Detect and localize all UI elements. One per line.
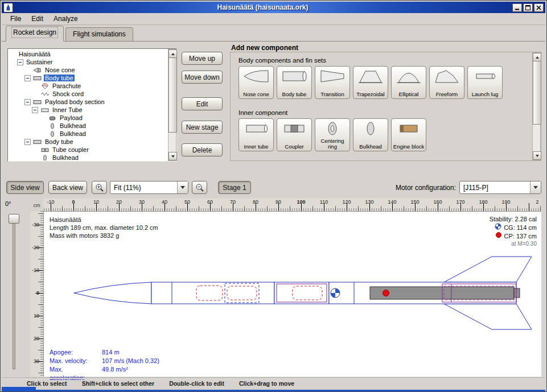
collapse-icon[interactable]	[24, 75, 31, 81]
scroll-down-icon[interactable]	[168, 152, 177, 160]
bulkhead-icon	[40, 155, 50, 161]
close-button[interactable]	[534, 3, 544, 12]
cp-value: CP: 137 cm	[504, 232, 537, 240]
bulkhead-icon	[47, 123, 57, 129]
move-down-button[interactable]: Move down	[182, 71, 223, 84]
tree-item-inner-tube[interactable]: Inner Tube	[9, 106, 167, 114]
zoom-in-button[interactable]	[92, 181, 107, 194]
add-inner-tube-button[interactable]: Inner tube	[238, 118, 274, 151]
collapse-icon[interactable]	[24, 99, 31, 105]
collapse-icon[interactable]	[24, 139, 31, 145]
add-bulkhead-button[interactable]: Bulkhead	[353, 118, 388, 151]
inner-components-label: Inner component	[238, 109, 287, 116]
cp-marker	[383, 290, 389, 296]
tree-rows: Haisunäätä Sustainer Nose cone Body tube	[9, 50, 167, 160]
body-tube-icon	[32, 139, 42, 145]
tab-rocket-design[interactable]: Rocket design	[6, 26, 64, 42]
delete-button[interactable]: Delete	[182, 143, 223, 156]
inner-tube-icon	[243, 121, 269, 138]
scroll-up-icon[interactable]	[168, 49, 177, 58]
tree-item-bulkhead[interactable]: Bulkhead	[9, 130, 167, 138]
collapse-icon[interactable]	[17, 59, 23, 65]
tree-item-nose-cone[interactable]: Nose cone	[9, 66, 167, 74]
new-stage-button[interactable]: New stage	[182, 121, 223, 134]
rocket-name: Haisunäätä	[50, 216, 158, 224]
fin-bottom[interactable]	[444, 304, 532, 329]
add-launch-lug-button[interactable]: Launch lug	[467, 66, 503, 99]
chevron-down-icon[interactable]	[177, 181, 188, 193]
add-trapezoidal-fin-button[interactable]: Trapezoidal	[353, 66, 388, 99]
cg-marker	[331, 288, 340, 298]
stability-value: Stability: 2.28 cal	[490, 215, 537, 223]
zoom-level-select[interactable]: Fit (11%)	[110, 181, 188, 194]
move-up-button[interactable]: Move up	[182, 52, 223, 65]
menu-edit[interactable]: Edit	[26, 14, 48, 24]
fin-top[interactable]	[444, 257, 532, 282]
components-scrollbar[interactable]	[532, 52, 541, 160]
payload-section-shape[interactable]	[274, 282, 329, 304]
tree-item-bulkhead[interactable]: Bulkhead	[9, 122, 167, 130]
tree-item-stage[interactable]: Sustainer	[9, 58, 167, 66]
nose-cone-icon	[243, 69, 269, 85]
stage-1-toggle[interactable]: Stage 1	[218, 181, 251, 194]
centering-ring-icon	[319, 121, 346, 138]
tree-item-parachute[interactable]: Parachute	[9, 82, 167, 90]
main-tabbar: Rocket design Flight simulations	[2, 26, 545, 42]
rotation-slider[interactable]	[13, 214, 15, 369]
edit-button[interactable]: Edit	[182, 97, 223, 110]
add-engine-block-button[interactable]: Engine block	[391, 118, 426, 151]
launch-lug-icon	[472, 69, 498, 85]
bulkhead-icon	[47, 131, 57, 137]
rocket-diagram[interactable]: Haisunäätä Length 189 cm, max. diameter …	[43, 211, 541, 377]
menubar: File Edit Analyze	[2, 13, 545, 25]
scroll-down-icon[interactable]	[533, 151, 541, 160]
horizontal-ruler: -10 0 10 20 30 40 50 60 70 80 90 100 110…	[43, 199, 541, 211]
tree-item-payload-section[interactable]: Payload body section	[9, 98, 167, 106]
tree-item-tube-coupler[interactable]: Tube coupler	[9, 146, 167, 154]
tree-item-rocket[interactable]: Haisunäätä	[9, 50, 167, 58]
add-freeform-fin-button[interactable]: Freeform	[429, 66, 464, 99]
magnifier-plus-icon	[95, 183, 104, 192]
body-tube-icon	[32, 75, 42, 81]
add-centering-ring-button[interactable]: Centering ring	[315, 118, 350, 151]
tree-scrollbar[interactable]	[168, 49, 176, 161]
scrollbar-thumb[interactable]	[533, 61, 541, 125]
hint-double-click: Double-click to edit	[169, 380, 224, 387]
tree-item-payload[interactable]: Payload	[9, 114, 167, 122]
stability-info: Stability: 2.28 cal CG: 114 cm CP: 137 c…	[490, 215, 537, 248]
tree-item-shock-cord[interactable]: Shock cord	[9, 90, 167, 98]
back-view-button[interactable]: Back view	[48, 181, 87, 194]
add-component-title: Add new component	[231, 44, 298, 52]
desktop-strip	[2, 390, 545, 391]
maximize-button[interactable]	[523, 3, 533, 12]
motor-configuration-select[interactable]: [J115-P]	[459, 181, 541, 194]
add-nose-cone-button[interactable]: Nose cone	[238, 66, 274, 99]
add-body-tube-button[interactable]: Body tube	[277, 66, 312, 99]
tab-flight-simulations[interactable]: Flight simulations	[65, 27, 133, 41]
add-transition-button[interactable]: Transition	[315, 66, 350, 99]
nose-cone-shape[interactable]	[74, 282, 151, 304]
scroll-up-icon[interactable]	[533, 53, 541, 61]
velocity-value: 107 m/s (Mach 0.32)	[102, 357, 159, 365]
zoom-out-button[interactable]	[192, 181, 207, 194]
rotation-slider-thumb[interactable]	[9, 214, 19, 224]
nose-cone-icon	[32, 67, 42, 73]
menu-analyze[interactable]: Analyze	[48, 14, 83, 24]
maximize-icon	[525, 5, 530, 10]
body-tube-icon	[281, 69, 307, 85]
body-components-label: Body components and fin sets	[238, 57, 326, 64]
tree-item-bulkhead[interactable]: Bulkhead	[9, 154, 167, 160]
tree-item-body-tube-selected[interactable]: Body tube	[9, 74, 167, 82]
parachute-icon	[40, 83, 50, 89]
collapse-icon[interactable]	[32, 107, 38, 113]
add-coupler-button[interactable]: Coupler	[277, 118, 312, 151]
minimize-button[interactable]	[512, 3, 522, 12]
add-component-panel: Body components and fin sets Nose cone B…	[230, 52, 541, 161]
side-view-button[interactable]: Side view	[6, 181, 44, 194]
add-elliptical-fin-button[interactable]: Elliptical	[391, 66, 426, 99]
menu-file[interactable]: File	[5, 14, 26, 24]
scrollbar-thumb[interactable]	[168, 57, 177, 133]
tree-item-body-tube-aft[interactable]: Body tube	[9, 138, 167, 146]
chevron-down-icon[interactable]	[530, 181, 541, 193]
rotation-angle-label: 0°	[5, 200, 11, 207]
